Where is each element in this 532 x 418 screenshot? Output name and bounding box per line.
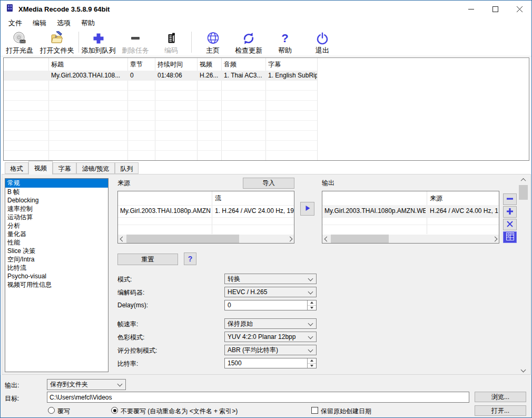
globe-icon — [206, 31, 220, 46]
tab-filter-preview[interactable]: 滤镜/预览 — [76, 162, 115, 174]
empty-grid-rows — [4, 81, 317, 160]
bitrate-input[interactable]: 1500 — [224, 358, 317, 368]
overwrite-radio-label[interactable]: 覆写 — [57, 407, 70, 416]
list-item-deblocking[interactable]: Deblocking — [5, 196, 108, 205]
clear-streams-button[interactable] — [503, 219, 517, 230]
browse-button[interactable]: 浏览... — [475, 392, 526, 402]
remove-job-label: 删除任务 — [122, 46, 149, 55]
source-horizontal-scrollbar[interactable] — [118, 235, 294, 243]
list-item-vui[interactable]: 视频可用性信息 — [5, 280, 108, 289]
list-item-spatial-intra[interactable]: 空间/Intra — [5, 255, 108, 264]
scroll-left-arrow[interactable] — [118, 235, 126, 243]
remove-job-button: 删除任务 — [120, 31, 151, 55]
scrollbar-thumb[interactable] — [519, 185, 528, 200]
scroll-left-arrow[interactable] — [322, 235, 331, 243]
scrollbar-thumb[interactable] — [126, 235, 239, 243]
column-header-title[interactable]: 标题 — [48, 58, 127, 71]
output-mode-label: 输出: — [5, 381, 19, 390]
list-item-psycho-visual[interactable]: Psycho-visual — [5, 272, 108, 280]
apply-to-output-button[interactable] — [300, 202, 314, 216]
list-item-performance[interactable]: 性能 — [5, 238, 108, 247]
close-button[interactable] — [507, 1, 531, 17]
spin-down-button[interactable] — [308, 364, 316, 368]
no-overwrite-radio[interactable] — [111, 407, 118, 414]
column-header-chapter[interactable]: 章节 — [127, 58, 155, 71]
home-button[interactable]: 主页 — [200, 31, 226, 55]
color-mode-select[interactable]: YUV 4:2:0 Planar 12bpp — [224, 332, 317, 342]
list-item-general[interactable]: 常规 — [5, 179, 108, 188]
add-stream-button[interactable] — [503, 206, 517, 218]
menu-help[interactable]: 帮助 — [76, 17, 100, 30]
tab-page-vertical-scrollbar[interactable] — [519, 176, 528, 374]
no-overwrite-radio-label[interactable]: 不要覆写 (自动重命名为 <文件名 + 索引>) — [121, 407, 238, 416]
open-disc-button[interactable]: DVD 打开光盘 — [3, 31, 36, 55]
output-horizontal-scrollbar[interactable] — [322, 235, 499, 243]
keep-creation-date-checkbox[interactable] — [311, 407, 318, 414]
remove-stream-button[interactable] — [503, 193, 517, 205]
scroll-right-arrow[interactable] — [490, 235, 499, 243]
stream-column-header[interactable]: 流 — [215, 191, 221, 205]
menu-edit[interactable]: 编辑 — [27, 17, 52, 30]
open-folder-button[interactable]: 打开文件夹 — [37, 31, 76, 55]
keep-creation-date-label[interactable]: 保留原始创建日期 — [321, 407, 371, 416]
list-item-quantizer[interactable]: 量化器 — [5, 230, 108, 238]
framerate-select[interactable]: 保持原始 — [224, 318, 317, 329]
spin-down-button[interactable] — [308, 306, 316, 310]
source-file-name[interactable]: My.Girl.2003.THAI.1080p.AMZN.... — [120, 205, 211, 217]
tab-format[interactable]: 格式 — [5, 162, 28, 174]
add-to-queue-label: 添加到队列 — [82, 46, 116, 55]
scrollbar-thumb[interactable] — [331, 235, 389, 243]
help-label: 帮助 — [278, 46, 292, 55]
column-header-duration[interactable]: 持续时间 — [155, 58, 197, 71]
import-button[interactable]: 导入 — [243, 178, 294, 189]
codec-select[interactable]: HEVC / H.265 — [224, 287, 317, 297]
target-path-input[interactable] — [47, 392, 469, 403]
list-item-analysis[interactable]: 分析 — [5, 221, 108, 230]
source-stream-info[interactable]: 1. H.264 / AVC 24.00 Hz, 1920 — [215, 205, 294, 217]
output-mode-select[interactable]: 保存到文件夹 — [47, 379, 126, 390]
rate-control-select[interactable]: ABR (平均比特率) — [224, 345, 317, 355]
target-label: 目标: — [5, 394, 19, 403]
overwrite-radio[interactable] — [48, 407, 55, 414]
open-button[interactable]: 打开... — [475, 405, 526, 416]
output-file-name[interactable]: My.Girl.2003.THAI.1080p.AMZN.WE... — [324, 205, 426, 217]
tab-video[interactable]: 视频 — [28, 161, 53, 174]
maximize-button[interactable] — [483, 1, 507, 17]
spin-up-button[interactable] — [308, 300, 316, 306]
list-item-slice-decision[interactable]: Slice 决策 — [5, 247, 108, 255]
delay-input[interactable]: 0 — [224, 300, 317, 310]
mode-select[interactable]: 转换 — [224, 274, 317, 284]
scroll-right-arrow[interactable] — [285, 235, 294, 243]
matrix-editor-button[interactable] — [503, 231, 517, 243]
add-to-queue-button[interactable]: 添加到队列 — [81, 31, 116, 55]
framerate-label: 帧速率: — [117, 320, 138, 329]
output-source-column-header[interactable]: 来源 — [430, 191, 442, 205]
help-button[interactable]: ? 帮助 — [272, 31, 298, 55]
reset-button[interactable]: 重置 — [117, 254, 178, 265]
column-header-audio[interactable]: 音频 — [221, 58, 265, 71]
table-row[interactable]: My.Girl.2003.THAI.108... 0 01:48:06 H.26… — [4, 71, 317, 81]
output-table: 来源 My.Girl.2003.THAI.1080p.AMZN.WE... H.… — [322, 191, 499, 244]
column-header-video[interactable]: 视频 — [197, 58, 221, 71]
list-item-motion-estimation[interactable]: 运动估算 — [5, 213, 108, 221]
check-update-button[interactable]: 检查更新 — [232, 31, 265, 55]
spin-up-button[interactable] — [308, 358, 316, 364]
output-stream-info[interactable]: H.264 / AVC 24.00 Hz, 192 — [430, 205, 498, 217]
tab-subtitle[interactable]: 字幕 — [53, 162, 76, 174]
output-settings-panel: 输出: 保存到文件夹 目标: 浏览... 覆写 不要覆写 (自动重命名为 <文件… — [1, 375, 531, 418]
minus-icon — [129, 31, 142, 46]
tab-queue[interactable]: 队列 — [115, 162, 139, 174]
menu-file[interactable]: 文件 — [3, 17, 27, 30]
list-item-bframes[interactable]: B 帧 — [5, 188, 108, 196]
menu-options[interactable]: 选项 — [52, 17, 76, 30]
scroll-up-arrow[interactable] — [519, 176, 528, 184]
list-item-rate-control[interactable]: 速率控制 — [5, 205, 108, 213]
scroll-down-arrow[interactable] — [519, 365, 528, 374]
minimize-button[interactable] — [459, 1, 483, 17]
chevron-down-icon — [308, 289, 313, 294]
quit-button[interactable]: 退出 — [309, 31, 336, 55]
row-divider — [118, 217, 294, 218]
column-header-subtitle[interactable]: 字幕 — [265, 58, 317, 71]
codec-help-button[interactable]: ? — [184, 252, 196, 265]
list-item-bitstream[interactable]: 比特流 — [5, 264, 108, 272]
